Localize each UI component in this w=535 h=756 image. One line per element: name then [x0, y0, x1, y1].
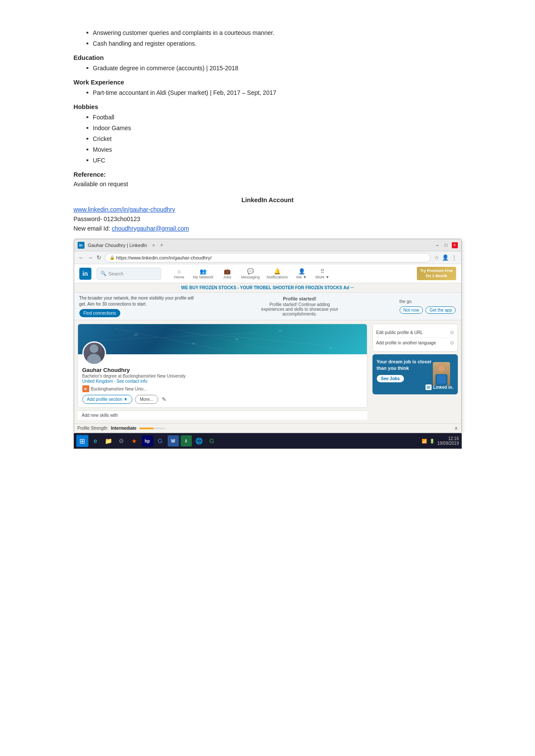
linkedin-account-heading: LinkedIn Account: [74, 197, 462, 203]
email-link[interactable]: choudhrygauhar@gmail.com: [112, 225, 189, 232]
see-jobs-button[interactable]: See Jobs: [377, 375, 404, 382]
add-profile-section-button[interactable]: Add profile section ▼: [82, 395, 133, 404]
window-maximize-button[interactable]: □: [443, 242, 449, 248]
work-experience-item: Part-time accountant in Aldi (Super mark…: [87, 88, 462, 97]
work-experience-list: Part-time accountant in Aldi (Super mark…: [87, 88, 462, 97]
add-language-circle-icon: ⊙: [450, 340, 454, 346]
taskbar-edge-icon[interactable]: e: [90, 435, 101, 447]
education-heading: Education: [74, 54, 462, 61]
reference-text: Available on request: [74, 180, 462, 189]
taskbar-chrome2-icon[interactable]: G: [206, 435, 218, 447]
svg-line-3: [78, 333, 259, 341]
home-icon: ⌂: [178, 268, 181, 275]
windows-taskbar: ⊞ e 📁 ⚙ ★ hp G W 2 🌐 G 📶 🔋 12:16 19/09/2…: [74, 433, 462, 449]
tab-close-button[interactable]: ×: [152, 243, 155, 248]
window-close-button[interactable]: ×: [452, 242, 458, 248]
add-skills-bar: Add new skills with: [78, 410, 367, 420]
linkedin-nav-items: ⌂ Home 👥 My Network 💼 Jobs 💬 Messaging 🔔: [171, 267, 331, 280]
hobby-item-indoor: Indoor Games: [87, 124, 462, 133]
avatar-placeholder: [84, 343, 105, 364]
nav-messaging[interactable]: 💬 Messaging: [239, 267, 262, 280]
browser-address-icons: ☆ 👤 ⋮: [434, 254, 457, 261]
taskbar-settings-icon[interactable]: ⚙: [116, 435, 127, 447]
dream-job-ad-card: Your dream job is closer than you think …: [372, 354, 458, 394]
edit-public-profile-link[interactable]: Edit public profile & URL ⊙: [376, 328, 454, 338]
bookmark-icon[interactable]: ☆: [434, 254, 439, 261]
notification-text: The broader your network, the more visib…: [79, 295, 200, 307]
add-language-link[interactable]: Add profile in another language ⊙: [376, 338, 454, 348]
profile-card: Gauhar Choudhry Bachelor's degree at Buc…: [78, 324, 367, 408]
hobby-item-cricket: Cricket: [87, 134, 462, 144]
profile-name: Gauhar Choudhry: [82, 367, 363, 373]
taskbar-system-tray: 📶 🔋 12:16 19/09/2019: [422, 436, 459, 446]
window-minimize-button[interactable]: –: [435, 242, 441, 248]
nav-work[interactable]: ⠿ Work ▼: [314, 267, 331, 280]
menu-icon[interactable]: ⋮: [451, 254, 457, 261]
taskbar-star-icon[interactable]: ★: [129, 435, 140, 447]
notification-middle: Profile started! Profile started! Contin…: [261, 296, 338, 316]
hobby-item-ufc: UFC: [87, 156, 462, 165]
ad-banner: WE BUY FROZEN STOCKS - YOUR TROBEL SHOOT…: [74, 283, 461, 293]
hobby-item-movies: Movies: [87, 145, 462, 154]
chevron-up-icon: ∧: [454, 425, 458, 431]
profile-right-sidebar: Edit public profile & URL ⊙ Add profile …: [371, 320, 461, 423]
bullet-item: Answering customer queries and complaint…: [87, 28, 462, 37]
notifications-icon: 🔔: [274, 268, 281, 275]
dream-job-text: Your dream job is closer than you think: [377, 359, 432, 372]
taskbar-word-icon[interactable]: W: [168, 435, 179, 447]
svg-rect-14: [437, 375, 446, 384]
browser-titlebar: in Gauhar Choudhry | Linkedln × + – □ ×: [74, 239, 461, 251]
taskbar-folder-icon[interactable]: 📁: [103, 435, 114, 447]
nav-forward-button[interactable]: →: [88, 254, 93, 261]
browser-tab-title: Gauhar Choudhry | Linkedln: [88, 243, 147, 248]
edit-profile-button[interactable]: ✎: [162, 396, 166, 403]
nav-refresh-button[interactable]: ↻: [97, 254, 101, 261]
taskbar-chrome-icon[interactable]: G: [155, 435, 166, 447]
more-button[interactable]: More...: [135, 395, 158, 404]
nav-home[interactable]: ⌂ Home: [171, 267, 188, 280]
university-name: Buckinghamshire New Univ...: [91, 387, 147, 391]
try-premium-button[interactable]: Try Premium Free for 1 Month: [417, 267, 456, 280]
svg-point-10: [87, 354, 101, 364]
address-bar[interactable]: 🔒 https://www.linkedin.com/in/gauhar-cho…: [105, 253, 431, 262]
search-placeholder: Search: [109, 271, 124, 276]
nav-back-button[interactable]: ←: [78, 254, 84, 261]
taskbar-globe-icon[interactable]: 🌐: [194, 435, 205, 447]
avatar-wrapper: [82, 341, 106, 365]
see-contact-info-link[interactable]: See contact info: [116, 379, 147, 384]
profile-banner: [78, 324, 367, 354]
profile-actions: Add profile section ▼ More... ✎: [82, 395, 363, 404]
hobby-item-football: Football: [87, 113, 462, 122]
tab-new-button[interactable]: +: [160, 242, 163, 248]
svg-point-4: [133, 334, 138, 336]
profile-strength-value: Intermediate: [111, 426, 136, 431]
nav-my-network[interactable]: 👥 My Network: [191, 267, 216, 280]
start-button[interactable]: ⊞: [76, 435, 88, 447]
linkedin-url-link[interactable]: www.linkedin.com/in/gauhar-choudhry: [74, 206, 462, 213]
edit-circle-icon: ⊙: [450, 330, 454, 335]
strength-progress-bar: [139, 428, 165, 429]
not-now-button[interactable]: Not now: [400, 306, 423, 314]
dream-job-person-image: [433, 362, 450, 386]
profile-icon[interactable]: 👤: [442, 254, 449, 261]
get-app-button[interactable]: Get the app: [425, 306, 456, 314]
ad-label: Ad ···: [343, 285, 354, 290]
taskbar-clock: 12:16 19/09/2019: [437, 436, 459, 446]
browser-bottom-bar: Profile Strength: Intermediate ∧: [74, 423, 461, 433]
profile-left-section: Gauhar Choudhry Bachelor's degree at Buc…: [74, 320, 371, 423]
taskbar-excel-icon[interactable]: 2: [181, 435, 192, 447]
taskbar-hp-icon[interactable]: hp: [142, 435, 153, 447]
profile-strength-bar: Profile Strength: Intermediate: [78, 426, 165, 431]
svg-point-5: [192, 343, 195, 344]
reference-heading: Reference:: [74, 171, 462, 178]
linkedin-logo: in: [79, 268, 91, 280]
svg-line-0: [114, 328, 222, 350]
network-icon: 👥: [200, 268, 206, 275]
nav-notifications[interactable]: 🔔 Notifications: [265, 267, 290, 280]
nav-jobs[interactable]: 💼 Jobs: [219, 267, 236, 280]
find-connections-button[interactable]: Find connections: [79, 309, 121, 317]
nav-me[interactable]: 👤 Me ▼: [293, 267, 310, 280]
university-icon: B: [82, 385, 89, 392]
ad-text: WE BUY FROZEN STOCKS - YOUR TROBEL SHOOT…: [181, 285, 342, 290]
linkedin-search[interactable]: 🔍 Search: [97, 268, 161, 280]
